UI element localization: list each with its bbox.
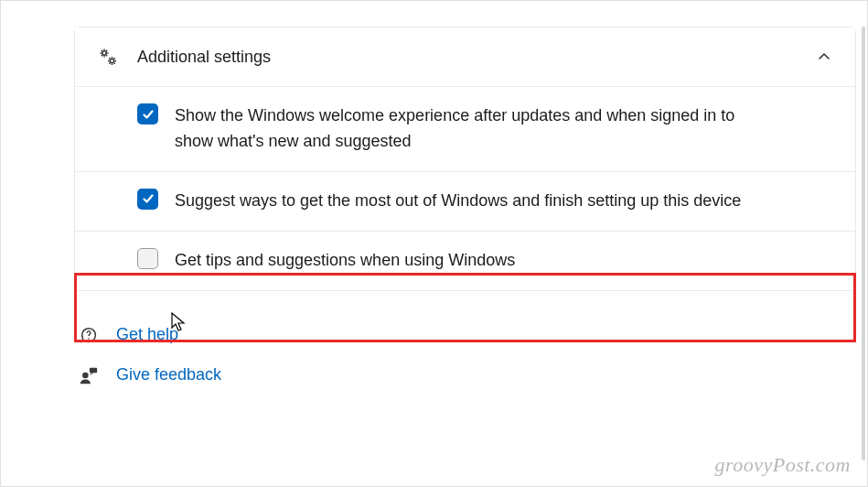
give-feedback-text: Give feedback [116,365,221,384]
setting-row: Suggest ways to get the most out of Wind… [75,172,855,232]
watermark: groovyPost.com [714,453,851,477]
chevron-up-icon [815,48,833,66]
svg-rect-4 [90,367,97,373]
additional-settings-panel: Additional settings Show the Windows wel… [74,27,856,291]
svg-point-1 [110,59,113,62]
settings-gears-icon [95,46,121,68]
svg-point-3 [82,372,89,378]
checkbox-suggest-ways[interactable] [137,189,158,210]
scrollbar[interactable] [862,27,865,460]
panel-title: Additional settings [137,48,815,67]
give-feedback-link[interactable]: Give feedback [78,364,856,386]
help-icon [78,324,100,346]
svg-point-0 [102,51,106,55]
checkbox-welcome-experience[interactable] [137,103,158,124]
additional-settings-header[interactable]: Additional settings [75,27,855,87]
setting-label: Show the Windows welcome experience afte… [175,103,760,155]
feedback-icon [78,364,100,386]
get-help-link[interactable]: Get help [78,324,856,346]
checkbox-get-tips[interactable] [137,248,158,269]
setting-label: Get tips and suggestions when using Wind… [175,248,515,274]
setting-row: Get tips and suggestions when using Wind… [75,232,855,290]
get-help-text: Get help [116,325,178,344]
setting-row: Show the Windows welcome experience afte… [75,87,855,172]
setting-label: Suggest ways to get the most out of Wind… [175,189,741,214]
svg-point-2 [88,337,89,338]
